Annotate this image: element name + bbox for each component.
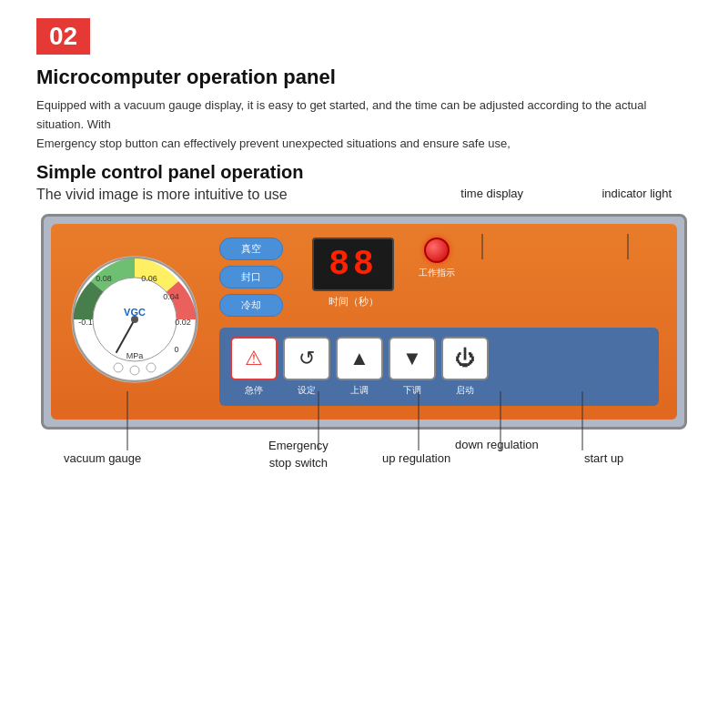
work-indicator-light xyxy=(424,238,450,263)
ann-indicator-light: indicator light xyxy=(602,187,672,200)
sub-description: The vivid image is more intuitive to use xyxy=(36,187,692,203)
panel-wrapper: 0.06 0.04 0.08 0.02 -0.1 0 VGC MPa xyxy=(36,214,692,524)
ann-time-display: time display xyxy=(460,187,523,200)
svg-text:-0.1: -0.1 xyxy=(78,318,93,327)
svg-text:0.02: 0.02 xyxy=(175,318,191,327)
panel-container: 0.06 0.04 0.08 0.02 -0.1 0 VGC MPa xyxy=(41,214,687,430)
up-btn[interactable]: ▲ xyxy=(336,337,383,380)
time-digits: 8 8 xyxy=(312,238,394,291)
down-label: 下调 xyxy=(403,384,421,397)
start-label: 启动 xyxy=(456,384,474,397)
svg-text:0.06: 0.06 xyxy=(141,274,157,283)
ann-up-regulation: up regulation xyxy=(382,451,450,465)
set-wrapper: ↺ 设定 xyxy=(283,337,330,397)
emergency-icon: ⚠ xyxy=(245,347,263,370)
seal-btn[interactable]: 封口 xyxy=(219,266,283,288)
svg-text:0.04: 0.04 xyxy=(163,292,179,301)
vacuum-btn[interactable]: 真空 xyxy=(219,238,283,260)
time-display: 8 8 时间（秒） xyxy=(312,238,394,308)
top-row: 真空 封口 冷却 8 8 时间（秒） xyxy=(219,238,659,317)
ann-start-up: start up xyxy=(584,451,623,465)
up-wrapper: ▲ 上调 xyxy=(336,337,383,397)
down-icon: ▼ xyxy=(402,347,422,370)
start-btn[interactable]: ⏻ xyxy=(441,337,489,380)
desc-line1: Equipped with a vacuum gauge display, it… xyxy=(36,98,646,131)
set-icon: ↺ xyxy=(298,347,315,370)
badge-number: 02 xyxy=(36,18,90,55)
start-icon: ⏻ xyxy=(455,347,475,370)
right-section: 真空 封口 冷却 8 8 时间（秒） xyxy=(219,238,659,406)
ann-vacuum-gauge: vacuum gauge xyxy=(64,451,141,465)
up-icon: ▲ xyxy=(349,347,369,370)
seg-digit-1: 8 xyxy=(329,245,353,284)
emergency-btn[interactable]: ⚠ xyxy=(230,337,278,380)
work-indicator-section: 工作指示 xyxy=(419,238,455,279)
control-row: ⚠ 急停 ↺ 设定 ▲ xyxy=(219,328,659,406)
set-label: 设定 xyxy=(298,384,316,397)
svg-point-19 xyxy=(131,316,138,323)
header-badge: 02 xyxy=(36,18,692,55)
main-title: Microcomputer operation panel xyxy=(36,66,692,89)
ann-down-regulation: down regulation xyxy=(455,438,539,451)
gauge-section: 0.06 0.04 0.08 0.02 -0.1 0 VGC MPa xyxy=(69,254,201,389)
sub-title: Simple control panel operation xyxy=(36,162,692,183)
description: Equipped with a vacuum gauge display, it… xyxy=(36,96,692,153)
ann-emergency-stop: Emergencystop switch xyxy=(268,438,329,470)
up-label: 上调 xyxy=(350,384,369,397)
work-label: 工作指示 xyxy=(419,267,455,279)
indicator-buttons: 真空 封口 冷却 xyxy=(219,238,283,317)
time-label: 时间（秒） xyxy=(329,295,379,308)
cool-btn[interactable]: 冷却 xyxy=(219,294,283,317)
start-wrapper: ⏻ 启动 xyxy=(441,337,489,397)
down-wrapper: ▼ 下调 xyxy=(389,337,436,397)
set-btn[interactable]: ↺ xyxy=(283,337,330,380)
svg-text:0: 0 xyxy=(174,345,178,354)
bottom-annotations: vacuum gauge Emergencystop switch up reg… xyxy=(36,433,692,524)
emergency-wrapper: ⚠ 急停 xyxy=(230,337,278,397)
seg-digit-2: 8 xyxy=(353,245,378,284)
vacuum-gauge-svg: 0.06 0.04 0.08 0.02 -0.1 0 VGC MPa xyxy=(69,254,201,386)
emergency-label: 急停 xyxy=(245,384,263,397)
svg-text:MPa: MPa xyxy=(126,351,144,360)
panel-inner: 0.06 0.04 0.08 0.02 -0.1 0 VGC MPa xyxy=(51,224,677,420)
desc-line2: Emergency stop button can effectively pr… xyxy=(36,136,511,150)
down-btn[interactable]: ▼ xyxy=(389,337,436,380)
svg-text:0.08: 0.08 xyxy=(96,274,112,283)
